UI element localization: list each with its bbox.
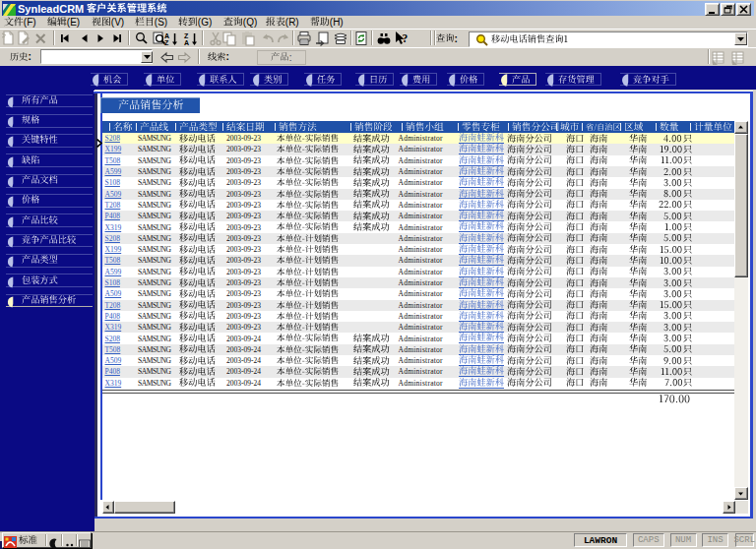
svg-text:Z: Z xyxy=(184,32,189,39)
svg-text:Z: Z xyxy=(164,39,169,46)
svg-text:A: A xyxy=(184,39,189,46)
svg-text:A: A xyxy=(164,32,169,39)
svg-text:?: ? xyxy=(403,32,409,44)
